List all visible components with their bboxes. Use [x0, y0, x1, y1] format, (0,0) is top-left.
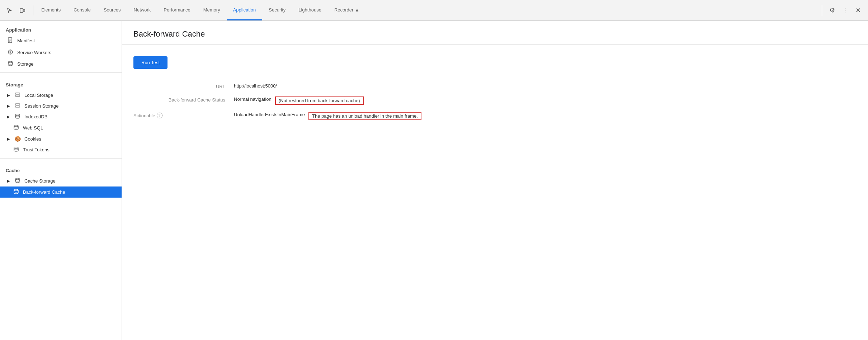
back-forward-cache-icon [13, 189, 19, 195]
expand-local-storage-icon: ▶ [7, 93, 10, 97]
svg-point-19 [14, 147, 18, 148]
svg-point-12 [8, 61, 13, 63]
storage-app-label: Storage [17, 61, 34, 67]
close-icon[interactable]: ✕ [852, 5, 864, 16]
device-icon[interactable] [17, 5, 27, 15]
actionable-label-cell: Actionable ? [133, 112, 234, 118]
indexeddb-icon [14, 114, 21, 120]
web-sql-label: Web SQL [23, 125, 43, 131]
manifest-label: Manifest [17, 38, 35, 43]
sidebar: Application Manifest Service Workers Sto… [0, 21, 122, 340]
expand-indexeddb-icon: ▶ [7, 115, 10, 119]
svg-rect-16 [15, 106, 20, 107]
url-value: http://localhost:5000/ [234, 83, 277, 89]
svg-rect-15 [15, 104, 20, 105]
sidebar-item-storage-app[interactable]: Storage [0, 58, 122, 70]
svg-point-21 [14, 189, 18, 191]
svg-rect-1 [23, 9, 25, 12]
divider-2 [0, 158, 122, 159]
status-normal-text: Normal navigation [234, 96, 272, 102]
page-title: Back-forward Cache [133, 29, 857, 39]
session-storage-icon [14, 103, 21, 109]
url-text: http://localhost:5000/ [234, 83, 277, 89]
expand-session-storage-icon: ▶ [7, 104, 10, 108]
cache-storage-icon [14, 178, 21, 184]
cursor-icon[interactable] [4, 5, 14, 15]
tab-recorder[interactable]: Recorder ▲ [328, 0, 366, 20]
run-test-button[interactable]: Run Test [133, 56, 168, 69]
content-body: Run Test URL http://localhost:5000/ Back… [122, 45, 868, 139]
tab-console[interactable]: Console [67, 0, 97, 20]
svg-rect-14 [15, 95, 20, 96]
svg-point-17 [15, 114, 20, 115]
local-storage-label: Local Storage [24, 93, 53, 98]
actionable-label-wrapper: Actionable ? [133, 113, 225, 118]
tab-network[interactable]: Network [127, 0, 157, 20]
svg-rect-13 [15, 93, 20, 94]
sidebar-item-local-storage[interactable]: ▶ Local Storage [0, 90, 122, 100]
svg-point-20 [15, 178, 20, 180]
local-storage-icon [14, 92, 21, 98]
info-table: URL http://localhost:5000/ Back-forward … [133, 83, 857, 120]
sidebar-section-cache: Cache [0, 161, 122, 175]
expand-cache-storage-icon: ▶ [7, 179, 10, 183]
actionable-code-text: UnloadHandlerExistsInMainFrame [234, 112, 305, 117]
storage-app-icon [7, 61, 14, 67]
devtools-tabs: Elements Console Sources Network Perform… [35, 0, 817, 20]
sidebar-item-web-sql[interactable]: Web SQL [0, 122, 122, 133]
sidebar-section-application: Application [0, 21, 122, 35]
service-workers-label: Service Workers [17, 50, 51, 55]
svg-rect-0 [20, 9, 23, 13]
session-storage-label: Session Storage [24, 103, 58, 109]
tab-application[interactable]: Application [227, 0, 263, 20]
sidebar-item-trust-tokens[interactable]: Trust Tokens [0, 144, 122, 155]
trust-tokens-label: Trust Tokens [23, 147, 49, 152]
svg-point-7 [10, 51, 11, 53]
cookies-label: Cookies [24, 136, 41, 142]
tab-elements[interactable]: Elements [35, 0, 67, 20]
content-area: Back-forward Cache Run Test URL http://l… [122, 21, 868, 340]
tab-security[interactable]: Security [262, 0, 292, 20]
cache-storage-label: Cache Storage [24, 178, 56, 184]
actionable-help-icon[interactable]: ? [157, 113, 162, 118]
main-area: Application Manifest Service Workers Sto… [0, 21, 868, 340]
toolbar-right: ⚙ ⋮ ✕ [822, 5, 864, 16]
tab-performance[interactable]: Performance [157, 0, 197, 20]
tab-memory[interactable]: Memory [197, 0, 227, 20]
status-highlighted-text: (Not restored from back-forward cache) [275, 96, 364, 105]
status-row: Back-forward Cache Status Normal navigat… [133, 96, 857, 105]
toolbar-icon-group [4, 5, 33, 15]
sidebar-item-service-workers[interactable]: Service Workers [0, 47, 122, 58]
sidebar-section-storage: Storage [0, 76, 122, 90]
sidebar-item-manifest[interactable]: Manifest [0, 35, 122, 47]
sidebar-item-cache-storage[interactable]: ▶ Cache Storage [0, 175, 122, 186]
manifest-icon [7, 37, 14, 44]
actionable-description-text: The page has an unload handler in the ma… [308, 112, 421, 120]
status-label: Back-forward Cache Status [133, 96, 234, 103]
more-options-icon[interactable]: ⋮ [839, 5, 851, 16]
actionable-row: Actionable ? UnloadHandlerExistsInMainFr… [133, 112, 857, 120]
trust-tokens-icon [13, 147, 19, 153]
sidebar-item-cookies[interactable]: ▶ 🍪 Cookies [0, 133, 122, 144]
status-value: Normal navigation (Not restored from bac… [234, 96, 364, 105]
content-header: Back-forward Cache [122, 21, 868, 45]
svg-point-18 [14, 125, 18, 127]
sidebar-item-back-forward-cache[interactable]: Back-forward Cache [0, 186, 122, 198]
tab-sources[interactable]: Sources [97, 0, 127, 20]
service-workers-icon [7, 49, 14, 56]
expand-cookies-icon: ▶ [7, 137, 10, 141]
url-row: URL http://localhost:5000/ [133, 83, 857, 89]
sidebar-item-indexeddb[interactable]: ▶ IndexedDB [0, 111, 122, 122]
tab-lighthouse[interactable]: Lighthouse [292, 0, 328, 20]
actionable-value: UnloadHandlerExistsInMainFrame The page … [234, 112, 421, 120]
settings-icon[interactable]: ⚙ [826, 5, 838, 16]
url-label: URL [133, 83, 234, 89]
web-sql-icon [13, 125, 19, 131]
devtools-toolbar: Elements Console Sources Network Perform… [0, 0, 868, 21]
back-forward-cache-label: Back-forward Cache [23, 189, 65, 195]
actionable-text: Actionable [133, 113, 155, 118]
divider-1 [0, 72, 122, 73]
cookies-icon: 🍪 [14, 136, 21, 142]
indexeddb-label: IndexedDB [24, 114, 47, 119]
sidebar-item-session-storage[interactable]: ▶ Session Storage [0, 100, 122, 111]
